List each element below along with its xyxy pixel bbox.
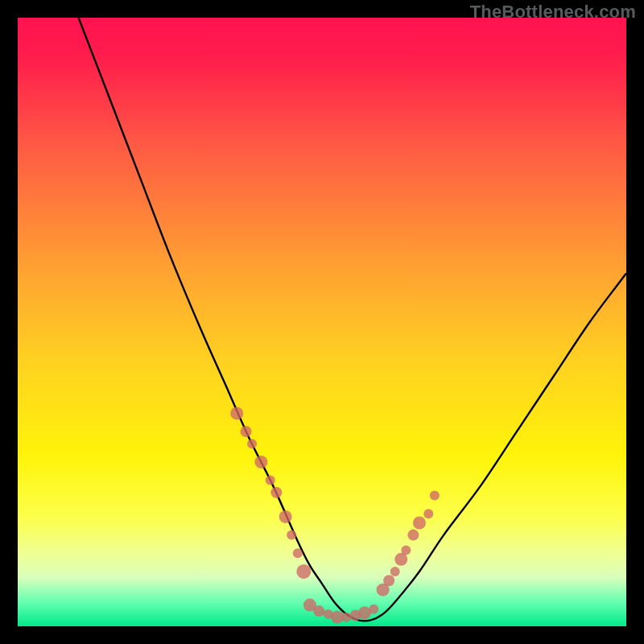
- data-marker: [230, 407, 243, 419]
- data-marker: [390, 567, 400, 576]
- marker-cluster-left: [230, 407, 311, 579]
- data-marker: [247, 439, 257, 448]
- data-marker: [279, 510, 292, 523]
- chart-gradient-area: [18, 18, 626, 626]
- data-marker: [423, 509, 433, 518]
- data-marker: [383, 575, 394, 586]
- watermark-text: TheBottleneck.com: [470, 2, 636, 23]
- data-marker: [270, 487, 282, 498]
- marker-cluster-bottom: [303, 599, 378, 624]
- data-marker: [430, 490, 440, 500]
- data-marker: [293, 548, 303, 558]
- data-marker: [241, 426, 252, 437]
- data-marker: [369, 605, 378, 614]
- data-marker: [413, 516, 426, 529]
- data-marker: [287, 530, 296, 540]
- data-marker: [401, 546, 411, 555]
- data-marker: [313, 605, 324, 617]
- marker-cluster-right: [377, 490, 440, 596]
- bottleneck-curve: [79, 18, 626, 621]
- data-marker: [296, 564, 311, 579]
- data-marker: [341, 613, 351, 622]
- data-marker: [254, 456, 267, 469]
- data-marker: [407, 530, 419, 541]
- chart-svg: [18, 18, 626, 626]
- data-marker: [266, 476, 275, 485]
